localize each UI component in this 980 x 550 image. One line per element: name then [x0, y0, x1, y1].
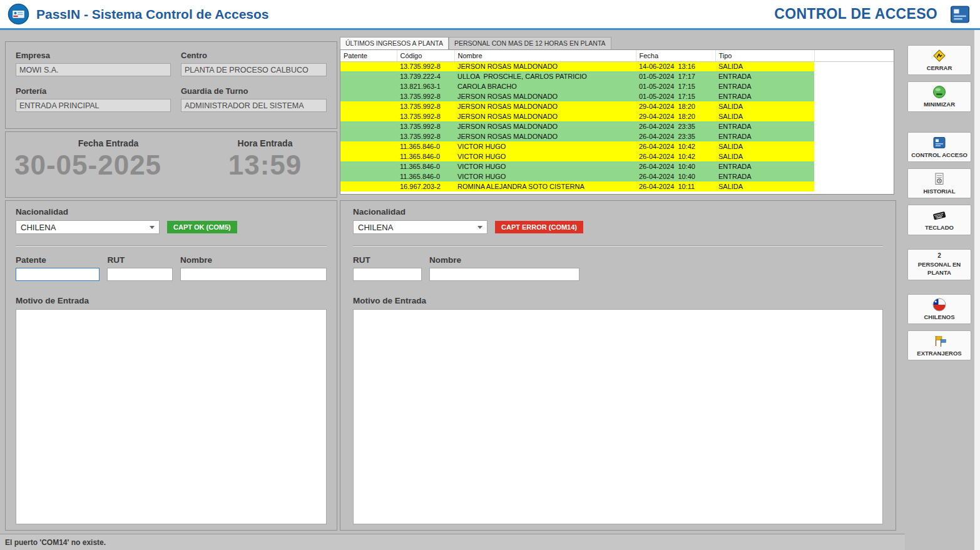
- fecha-entrada-value: 30-05-2025: [14, 150, 202, 181]
- grid-row[interactable]: 13.735.992-8JERSON ROSAS MALDONADO26-04-…: [340, 121, 894, 131]
- screen-identity: CONTROL DE ACCESO: [774, 3, 972, 26]
- cell-fecha: 26-04-2024 10:42: [636, 141, 715, 151]
- porteria-value-field: ENTRADA PRINCIPAL: [16, 99, 171, 112]
- nacionalidad-label-right: Nacionalidad: [353, 207, 883, 216]
- guardia-field-group: Guardia de Turno ADMINISTRADOR DEL SISTE…: [181, 86, 327, 112]
- cell-patente: [340, 71, 397, 81]
- cell-nombre: JERSON ROSAS MALDONADO: [454, 101, 636, 111]
- nacionalidad-select-right[interactable]: CHILENA: [353, 220, 487, 234]
- sidebar-button-label: EXTRANJEROS: [917, 350, 961, 357]
- rut-input-right[interactable]: [353, 268, 422, 281]
- tab-ultimos-ingresos[interactable]: ÚLTIMOS INGRESOS A PLANTA: [340, 37, 449, 49]
- exit-sign-icon: [932, 48, 947, 63]
- grid-row[interactable]: 13.735.992-8JERSON ROSAS MALDONADO01-05-…: [340, 91, 894, 101]
- sidebar-button-cerrar[interactable]: CERRAR: [907, 45, 971, 75]
- hora-entrada-label: Hora Entrada: [202, 138, 328, 148]
- access-control-icon: [932, 135, 947, 150]
- nombre-label-left: Nombre: [180, 255, 327, 265]
- minimize-icon: [932, 84, 947, 99]
- tab-personal-12-horas[interactable]: PERSONAL CON MAS DE 12 HORAS EN PLANTA: [449, 37, 611, 49]
- capture-status-button-left[interactable]: CAPT OK (COM5): [167, 221, 237, 233]
- cell-filler: [814, 91, 894, 101]
- sidebar-button-chilenos[interactable]: CHILENOS: [907, 294, 971, 324]
- cell-patente: [340, 161, 397, 171]
- cell-tipo: ENTRADA: [715, 91, 814, 101]
- cell-codigo: 13.821.963-1: [397, 81, 454, 91]
- grid-row[interactable]: 13.735.992-8JERSON ROSAS MALDONADO29-04-…: [340, 111, 894, 121]
- grid-tabs: ÚLTIMOS INGRESOS A PLANTAPERSONAL CON MA…: [340, 37, 611, 49]
- cell-codigo: 13.735.992-8: [397, 101, 454, 111]
- divider: [16, 245, 327, 247]
- grid-row[interactable]: 11.365.846-0VICTOR HUGO26-04-2024 10:40E…: [340, 171, 894, 181]
- cell-codigo: 13.735.992-8: [397, 61, 454, 71]
- nombre-input-left[interactable]: [180, 268, 327, 281]
- cell-fecha: 26-04-2024 10:40: [636, 161, 715, 171]
- cell-codigo: 11.365.846-0: [397, 151, 454, 161]
- sidebar-button-teclado[interactable]: TECLADO: [907, 205, 971, 235]
- grid-body: 13.735.992-8JERSON ROSAS MALDONADO14-06-…: [340, 61, 894, 191]
- nombre-input-right[interactable]: [429, 268, 579, 281]
- column-header-3[interactable]: Fecha: [636, 50, 715, 61]
- grid-row[interactable]: 13.735.992-8JERSON ROSAS MALDONADO26-04-…: [340, 131, 894, 141]
- cell-nombre: VICTOR HUGO: [454, 161, 636, 171]
- sidebar-button-label: MINIMIZAR: [924, 101, 955, 108]
- column-header-0[interactable]: Patente: [340, 50, 397, 61]
- capture-status-button-right[interactable]: CAPT ERROR (COM14): [495, 221, 583, 233]
- cell-nombre: VICTOR HUGO: [454, 141, 636, 151]
- sidebar-button-label: HISTORIAL: [923, 188, 955, 195]
- centro-label: Centro: [181, 51, 327, 60]
- cell-patente: [340, 61, 397, 71]
- rut-input-left[interactable]: [107, 268, 173, 281]
- grid-row[interactable]: 13.821.963-1CAROLA BRACHO01-05-2024 17:1…: [340, 81, 894, 91]
- cell-nombre: ULLOA PROSCHLE, CARLOS PATRICIO: [454, 71, 636, 81]
- ingresos-grid: PatenteCódigoNombreFechaTipo 13.735.992-…: [340, 49, 894, 195]
- cell-filler: [814, 101, 894, 111]
- grid-row[interactable]: 13.739.222-4ULLOA PROSCHLE, CARLOS PATRI…: [340, 71, 894, 81]
- motivo-textarea-left[interactable]: [16, 309, 327, 524]
- rut-label-right: RUT: [353, 255, 422, 265]
- cell-filler: [814, 61, 894, 71]
- nombre-group-left: Nombre: [180, 255, 327, 281]
- rut-group-right: RUT: [353, 255, 422, 281]
- cell-tipo: SALIDA: [715, 141, 814, 151]
- screen-title: CONTROL DE ACCESO: [774, 6, 937, 23]
- grid-row[interactable]: 13.735.992-8JERSON ROSAS MALDONADO29-04-…: [340, 101, 894, 111]
- sidebar-button-historial[interactable]: HISTORIAL: [907, 168, 971, 198]
- column-header-1[interactable]: Código: [397, 50, 454, 61]
- capture-form-right: Nacionalidad CHILENA CAPT ERROR (COM14) …: [340, 200, 896, 531]
- cell-nombre: CAROLA BRACHO: [454, 81, 636, 91]
- cell-filler: [814, 161, 894, 171]
- cell-nombre: JERSON ROSAS MALDONADO: [454, 91, 636, 101]
- access-control-icon: [947, 3, 972, 26]
- rut-group-left: RUT: [107, 255, 173, 281]
- rut-label-left: RUT: [107, 255, 173, 265]
- sidebar-button-label: TECLADO: [925, 224, 954, 232]
- cell-nombre: JERSON ROSAS MALDONADO: [454, 61, 636, 71]
- cell-filler: [814, 141, 894, 151]
- sidebar-button-extranjeros[interactable]: EXTRANJEROS: [907, 330, 971, 360]
- sidebar-button-minimizar[interactable]: MINIMIZAR: [907, 81, 971, 111]
- motivo-textarea-right[interactable]: [353, 309, 883, 524]
- cell-fecha: 26-04-2024 10:40: [636, 171, 715, 181]
- grid-row[interactable]: 13.735.992-8JERSON ROSAS MALDONADO14-06-…: [340, 61, 894, 71]
- cell-patente: [340, 101, 397, 111]
- cell-patente: [340, 81, 397, 91]
- sidebar-button-label: CERRAR: [927, 64, 952, 72]
- column-header-2[interactable]: Nombre: [454, 50, 636, 61]
- cell-fecha: 01-05-2024 17:15: [636, 81, 715, 91]
- cell-tipo: ENTRADA: [715, 131, 814, 141]
- grid-row[interactable]: 11.365.846-0VICTOR HUGO26-04-2024 10:40E…: [340, 161, 894, 171]
- fecha-entrada-label: Fecha Entrada: [14, 138, 202, 148]
- grid-row[interactable]: 11.365.846-0VICTOR HUGO26-04-2024 10:42S…: [340, 151, 894, 161]
- patente-input[interactable]: [16, 268, 100, 281]
- cell-patente: [340, 151, 397, 161]
- column-header-4[interactable]: Tipo: [715, 50, 814, 61]
- grid-row[interactable]: 11.365.846-0VICTOR HUGO26-04-2024 10:42S…: [340, 141, 894, 151]
- cell-fecha: 29-04-2024 18:20: [636, 111, 715, 121]
- grid-row[interactable]: 16.967.203-2ROMINA ALEJANDRA SOTO CISTER…: [340, 181, 894, 191]
- sidebar-button-control-acceso[interactable]: CONTROL ACCESO: [907, 132, 971, 162]
- sidebar-button-personal-en-planta[interactable]: 2PERSONAL EN PLANTA: [907, 249, 971, 280]
- app-window: PassIN - Sistema Control de Accesos CONT…: [0, 0, 980, 550]
- nacionalidad-select-left[interactable]: CHILENA: [16, 220, 160, 234]
- empresa-field-group: Empresa MOWI S.A.: [16, 51, 171, 76]
